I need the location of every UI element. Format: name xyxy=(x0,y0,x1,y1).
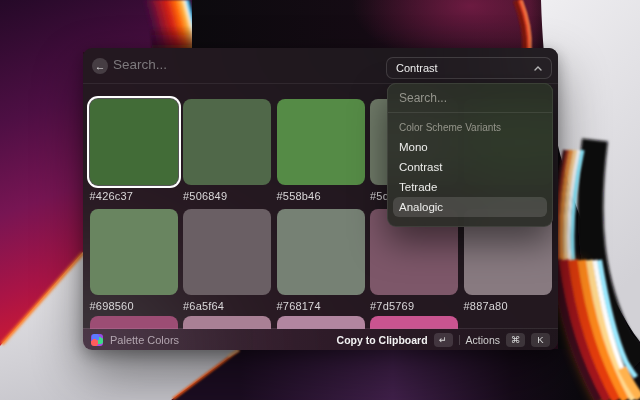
swatch-cell: #698560 xyxy=(90,209,178,312)
swatch-hex-label: #768174 xyxy=(277,300,365,312)
swatch-cell: #768174 xyxy=(277,209,365,312)
swatch-cell: #426c37 xyxy=(90,99,178,202)
dropdown-option-analogic[interactable]: Analogic xyxy=(393,197,547,217)
copy-to-clipboard-button[interactable]: Copy to Clipboard xyxy=(337,334,428,346)
search-input[interactable]: Search... xyxy=(113,48,167,82)
swatch-cell: #6a5f64 xyxy=(183,209,271,312)
color-swatch[interactable] xyxy=(183,99,271,185)
swatch-hex-label: #7d5769 xyxy=(370,300,458,312)
swatch-hex-label: #558b46 xyxy=(277,190,365,202)
chevron-up-icon xyxy=(534,66,542,71)
color-swatch[interactable] xyxy=(183,209,271,295)
k-key-icon: K xyxy=(531,333,550,347)
back-button[interactable]: ← xyxy=(92,58,108,74)
swatch-cell: #506849 xyxy=(183,99,271,202)
swatch-hex-label: #698560 xyxy=(90,300,178,312)
palette-colors-app-icon xyxy=(91,334,103,346)
palette-colors-window: ← Search... Contrast #426c37#506849#558b… xyxy=(83,48,558,350)
footer-divider xyxy=(459,335,460,345)
color-swatch[interactable] xyxy=(90,99,178,185)
swatch-hex-label: #6a5f64 xyxy=(183,300,271,312)
color-swatch[interactable] xyxy=(277,209,365,295)
dropdown-options: MonoContrastTetradeAnalogic xyxy=(388,137,552,217)
return-key-icon: ↵ xyxy=(434,333,453,347)
variant-select-value: Contrast xyxy=(396,62,438,74)
window-footer: Palette Colors Copy to Clipboard ↵ Actio… xyxy=(83,328,558,350)
dropdown-section-label: Color Scheme Variants xyxy=(388,120,552,135)
color-swatch[interactable] xyxy=(277,99,365,185)
dropdown-search-input[interactable]: Search... xyxy=(388,84,552,113)
swatch-cell: #558b46 xyxy=(277,99,365,202)
arrow-left-icon: ← xyxy=(95,60,106,72)
dropdown-option-mono[interactable]: Mono xyxy=(393,137,547,157)
swatch-hex-label: #426c37 xyxy=(90,190,178,202)
variant-select[interactable]: Contrast xyxy=(386,57,552,79)
window-header: ← Search... Contrast xyxy=(83,48,558,84)
actions-button[interactable]: Actions xyxy=(466,334,500,346)
swatch-hex-label: #887a80 xyxy=(464,300,552,312)
variant-dropdown: Search... Color Scheme Variants MonoCont… xyxy=(387,83,553,227)
footer-app-name: Palette Colors xyxy=(110,334,179,346)
swatch-hex-label: #506849 xyxy=(183,190,271,202)
dropdown-option-tetrade[interactable]: Tetrade xyxy=(393,177,547,197)
cmd-key-icon: ⌘ xyxy=(506,333,525,347)
dropdown-option-contrast[interactable]: Contrast xyxy=(393,157,547,177)
color-swatch[interactable] xyxy=(90,209,178,295)
